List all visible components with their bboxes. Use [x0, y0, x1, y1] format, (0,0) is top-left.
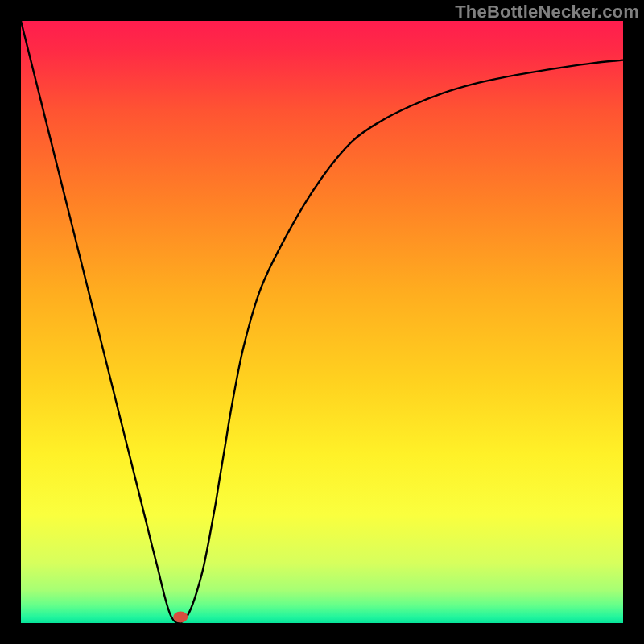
- plot-area: [21, 21, 623, 623]
- attribution-text: TheBottleNecker.com: [455, 2, 639, 23]
- chart-svg: [0, 0, 644, 644]
- bottleneck-chart: TheBottleNecker.com: [0, 0, 644, 644]
- optimal-point-marker: [173, 612, 188, 623]
